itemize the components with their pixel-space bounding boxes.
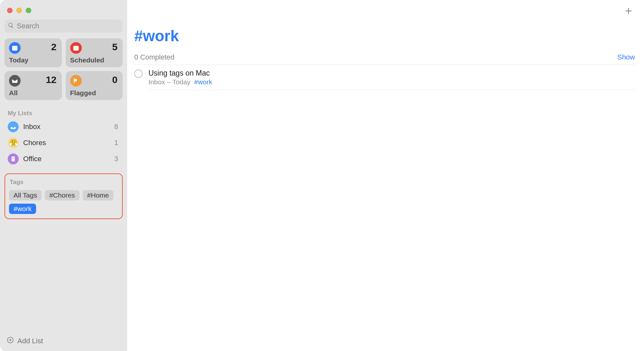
- plus-circle-icon: [6, 336, 14, 346]
- svg-rect-7: [14, 158, 14, 159]
- completed-row: 0 Completed Show: [134, 53, 635, 65]
- tag-home[interactable]: #Home: [83, 190, 114, 200]
- flagged-label: Flagged: [70, 89, 96, 97]
- all-icon: [9, 75, 21, 87]
- smart-list-scheduled[interactable]: 5 Scheduled: [66, 38, 123, 67]
- add-list-button[interactable]: Add List: [5, 331, 123, 351]
- all-label: All: [9, 89, 18, 97]
- plus-icon: [624, 6, 633, 17]
- tag-chores[interactable]: #Chores: [45, 190, 79, 200]
- task-row[interactable]: Using tags on Mac Inbox – Today #work: [134, 65, 635, 90]
- flagged-count: 0: [112, 74, 118, 85]
- scheduled-icon: [70, 42, 82, 54]
- list-row-office[interactable]: Office 3: [5, 151, 123, 167]
- task-tag[interactable]: #work: [194, 78, 212, 86]
- smart-lists: 2 Today 5 Scheduled 12 All 0 Flagged: [5, 38, 123, 100]
- close-window-button[interactable]: [7, 8, 13, 13]
- smart-list-all[interactable]: 12 All: [5, 71, 62, 100]
- search-field[interactable]: [5, 20, 123, 32]
- new-reminder-button[interactable]: [623, 6, 634, 17]
- page-title: #work: [134, 27, 635, 45]
- svg-rect-3: [12, 157, 15, 162]
- list-name: Chores: [23, 139, 110, 147]
- svg-rect-1: [12, 46, 18, 48]
- main-content: #work 0 Completed Show Using tags on Mac…: [127, 0, 644, 351]
- main-toolbar: [134, 7, 635, 17]
- building-icon: [8, 153, 19, 164]
- sidebar: 2 Today 5 Scheduled 12 All 0 Flagged My …: [0, 0, 127, 351]
- today-count: 2: [51, 42, 57, 52]
- list-count: 1: [114, 139, 119, 147]
- task-meta: Inbox – Today #work: [148, 78, 635, 86]
- minimize-window-button[interactable]: [16, 8, 22, 13]
- scheduled-label: Scheduled: [70, 56, 104, 64]
- list-count: 3: [114, 155, 119, 163]
- list-name: Office: [23, 155, 110, 163]
- list-name: Inbox: [23, 123, 110, 131]
- tags-list: All Tags #Chores #Home #work: [9, 190, 118, 214]
- completed-count-label: 0 Completed: [134, 53, 175, 61]
- tags-section: Tags All Tags #Chores #Home #work: [5, 173, 123, 219]
- flagged-icon: [70, 75, 82, 87]
- tray-icon: [8, 121, 19, 132]
- show-completed-link[interactable]: Show: [617, 53, 635, 61]
- search-icon: [8, 22, 14, 30]
- smart-list-flagged[interactable]: 0 Flagged: [66, 71, 123, 100]
- tags-header: Tags: [9, 177, 118, 188]
- scheduled-count: 5: [112, 42, 118, 52]
- emoji-icon: 😤: [8, 137, 19, 148]
- my-lists: Inbox 8 😤 Chores 1 Office 3: [5, 119, 123, 167]
- tag-all[interactable]: All Tags: [9, 190, 42, 200]
- search-input[interactable]: [17, 22, 119, 30]
- fullscreen-window-button[interactable]: [26, 8, 31, 13]
- task-body: Using tags on Mac Inbox – Today #work: [148, 69, 635, 90]
- svg-rect-5: [14, 157, 14, 158]
- my-lists-header: My Lists: [5, 108, 123, 119]
- task-complete-toggle[interactable]: [134, 69, 143, 78]
- today-icon: [9, 42, 21, 54]
- svg-rect-2: [73, 46, 79, 51]
- add-list-label: Add List: [17, 337, 43, 345]
- tag-work[interactable]: #work: [9, 204, 36, 214]
- task-meta-text: Inbox – Today: [148, 78, 190, 86]
- list-row-chores[interactable]: 😤 Chores 1: [5, 135, 123, 151]
- window-controls: [5, 6, 123, 20]
- all-count: 12: [46, 74, 56, 85]
- svg-rect-4: [13, 157, 13, 158]
- list-count: 8: [114, 123, 119, 131]
- svg-rect-6: [13, 158, 13, 159]
- task-title: Using tags on Mac: [148, 69, 635, 78]
- list-row-inbox[interactable]: Inbox 8: [5, 119, 123, 135]
- smart-list-today[interactable]: 2 Today: [5, 38, 62, 67]
- today-label: Today: [9, 56, 28, 64]
